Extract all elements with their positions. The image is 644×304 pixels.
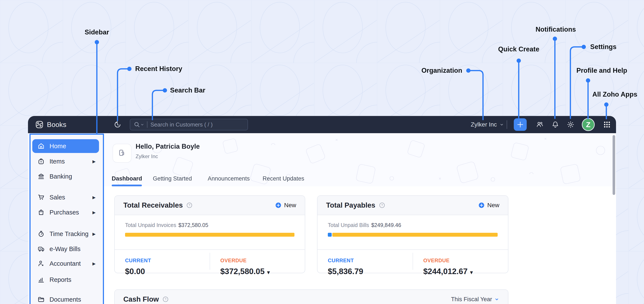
greeting-text: Hello, Patricia Boyle: [136, 143, 200, 150]
sidebar-item-banking[interactable]: Banking: [32, 170, 99, 182]
organization-selector[interactable]: Zylker Inc: [471, 116, 504, 133]
svg-text:?: ?: [381, 204, 383, 207]
payables-summary: Total Unpaid Bills $249,849.46: [328, 222, 401, 228]
overdue-amount: $244,012.67: [424, 267, 468, 276]
current-amount: $5,836.79: [328, 267, 412, 276]
caret-down-icon: ▾: [267, 269, 270, 275]
organization-name: Zylker Inc: [471, 116, 497, 133]
sidebar-item-label: Items: [50, 158, 65, 165]
sidebar: Home Items ▶: [28, 133, 103, 304]
org-thumbnail-icon: [117, 148, 127, 158]
new-label: New: [487, 202, 499, 209]
all-zoho-apps-grid-icon[interactable]: [603, 121, 611, 128]
main-content: Hello, Patricia Boyle Zylker Inc Dashboa…: [103, 133, 616, 304]
current-amount: $0.00: [125, 267, 210, 276]
sidebar-item-label: Banking: [50, 173, 72, 180]
summary-label: Total Unpaid Bills: [328, 222, 369, 228]
search-input[interactable]: Search in Customers ( / ): [130, 119, 248, 130]
tab-recent-updates[interactable]: Recent Updates: [262, 175, 304, 182]
org-thumbnail: [112, 144, 132, 163]
sidebar-item-label: Time Tracking: [50, 230, 88, 238]
new-label: New: [284, 202, 296, 209]
help-icon[interactable]: ?: [186, 202, 193, 209]
search-placeholder: Search in Customers ( / ): [150, 121, 213, 128]
annotation-quick-create: Quick Create: [498, 45, 539, 53]
annotation-notifications: Notifications: [536, 25, 576, 33]
submenu-arrow-icon: ▶: [92, 195, 96, 200]
zoho-books-logo-icon[interactable]: [35, 120, 44, 129]
search-scope-chevron-icon[interactable]: [140, 122, 144, 127]
recent-history-icon[interactable]: [114, 121, 122, 128]
topbar-divider: [507, 120, 507, 129]
sidebar-item-label: Home: [50, 143, 66, 150]
overdue-amount: $372,580.05: [220, 267, 265, 276]
app-name: Books: [47, 116, 66, 133]
plus-circle-icon: [275, 202, 282, 209]
sidebar-item-label: Reports: [50, 276, 72, 283]
profile-avatar[interactable]: Z: [582, 118, 595, 131]
stopwatch-icon: [38, 230, 45, 238]
annotation-settings: Settings: [590, 43, 616, 51]
sidebar-item-documents[interactable]: Documents: [32, 294, 99, 304]
bar-chart-icon: [38, 276, 45, 283]
submenu-arrow-icon: ▶: [92, 261, 96, 266]
tab-dashboard[interactable]: Dashboard: [112, 175, 142, 182]
receivables-overdue-column: OVERDUE $372,580.05▾: [210, 250, 305, 273]
notifications-bell-icon[interactable]: [552, 121, 559, 128]
quick-create-button[interactable]: [514, 118, 527, 131]
sidebar-item-eway-bills[interactable]: e e-Way Bills: [32, 243, 99, 255]
chevron-down-icon: [494, 297, 499, 302]
top-navigation-bar: Books Search in Customers ( / ) Zylker I…: [28, 116, 616, 133]
folder-icon: [38, 296, 45, 303]
receivables-summary: Total Unpaid Invoices $372,580.05: [125, 222, 208, 228]
help-icon[interactable]: ?: [379, 202, 385, 209]
current-label: CURRENT: [328, 258, 412, 264]
cash-flow-title: Cash Flow: [123, 295, 159, 303]
svg-text:?: ?: [165, 298, 166, 301]
overdue-label: OVERDUE: [424, 258, 508, 264]
current-segment: [328, 233, 332, 237]
plus-circle-icon: [478, 202, 485, 209]
annotation-recent-history: Recent History: [135, 65, 182, 73]
sidebar-item-home[interactable]: Home: [32, 139, 99, 153]
sidebar-item-sales[interactable]: Sales ▶: [32, 191, 99, 203]
fiscal-year-filter[interactable]: This Fiscal Year: [451, 296, 499, 303]
payables-progress-bar: [328, 233, 498, 237]
receivables-new-button[interactable]: New: [275, 202, 296, 209]
svg-text:?: ?: [188, 204, 190, 207]
receivables-progress-bar: [125, 233, 294, 237]
bank-icon: [38, 173, 45, 180]
summary-label: Total Unpaid Invoices: [125, 222, 176, 228]
help-icon[interactable]: ?: [162, 296, 169, 303]
overdue-segment: [125, 233, 294, 237]
overdue-amount-dropdown[interactable]: $372,580.05▾: [220, 267, 305, 276]
tab-announcements[interactable]: Announcements: [208, 175, 250, 182]
vertical-scrollbar[interactable]: [612, 135, 615, 195]
users-icon[interactable]: [536, 121, 544, 128]
annotation-sidebar: Sidebar: [84, 28, 109, 36]
sidebar-item-purchases[interactable]: Purchases ▶: [32, 206, 99, 218]
caret-down-icon: ▾: [470, 269, 473, 275]
search-caret: [147, 121, 148, 128]
cash-flow-header: Cash Flow ? This Fiscal Year: [115, 290, 508, 304]
sidebar-item-time-tracking[interactable]: Time Tracking ▶: [32, 228, 99, 240]
tab-getting-started[interactable]: Getting Started: [153, 175, 192, 182]
accountant-icon: [38, 260, 45, 267]
overdue-amount-dropdown[interactable]: $244,012.67▾: [424, 267, 508, 276]
sidebar-item-label: e-Way Bills: [50, 246, 80, 253]
sidebar-item-accountant[interactable]: Accountant ▶: [32, 258, 99, 270]
annotation-profile-help: Profile and Help: [576, 67, 627, 74]
payables-current-column: CURRENT $5,836.79: [318, 250, 412, 273]
sidebar-item-label: Purchases: [50, 209, 79, 216]
screenshot-stage: Books Search in Customers ( / ) Zylker I…: [0, 0, 644, 304]
summary-amount: $249,849.46: [371, 222, 401, 228]
total-receivables-card: Total Receivables ? New: [114, 195, 305, 273]
settings-gear-icon[interactable]: [567, 121, 574, 128]
current-label: CURRENT: [125, 258, 210, 264]
filter-label: This Fiscal Year: [451, 296, 492, 303]
cash-flow-card: Cash Flow ? This Fiscal Year: [114, 289, 508, 304]
sidebar-item-items[interactable]: Items ▶: [32, 155, 99, 167]
payables-new-button[interactable]: New: [478, 202, 499, 209]
sidebar-item-reports[interactable]: Reports: [32, 274, 99, 286]
submenu-arrow-icon: ▶: [92, 159, 96, 164]
